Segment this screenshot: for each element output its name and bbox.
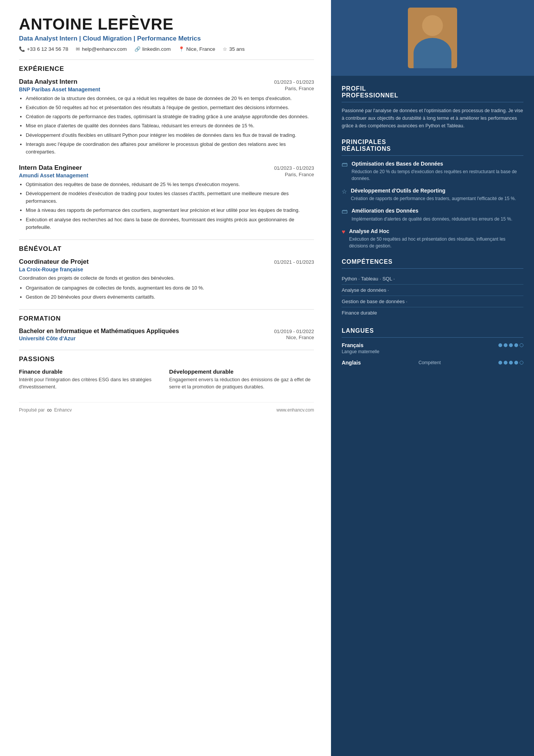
dot: [514, 361, 518, 365]
form-title-1: Bachelor en Informatique et Mathématique…: [19, 328, 179, 335]
real-content-0: Optimisation des Bases de Données Réduct…: [351, 160, 523, 182]
real-icon-0: 🗃: [342, 161, 348, 182]
real-title-3: Analyse Ad Hoc: [349, 228, 523, 235]
bullet-item: Interagis avec l'équipe de coordination …: [26, 141, 314, 156]
email-icon: ✉: [76, 46, 80, 52]
phone-icon: 📞: [19, 46, 25, 52]
competences-title: COMPÉTENCES: [342, 258, 523, 265]
real-desc-3: Exécution de 50 requêtes ad hoc et prése…: [349, 236, 523, 249]
dot: [514, 343, 518, 347]
experience-entry-1: Data Analyst Intern 01/2023 - 01/2023 BN…: [19, 78, 314, 156]
lang-name-0: Français: [342, 342, 364, 348]
real-item-2: 🗃 Amélioration des Données Implémentatio…: [342, 207, 523, 222]
real-content-2: Amélioration des Données Implémentation …: [351, 207, 512, 222]
dot: [498, 343, 502, 347]
passion-name-0: Finance durable: [19, 368, 164, 375]
benv-title-1: Coordinateur de Projet: [19, 258, 89, 266]
left-column: ANTOINE LEFÈVRE Data Analyst Intern | Cl…: [0, 0, 331, 756]
lang-item-1: Anglais Compétent: [342, 360, 523, 366]
experience-entry-2: Intern Data Engineer 01/2023 - 01/2023 A…: [19, 164, 314, 231]
bullet-item: Développement de modèles d'exécution de …: [26, 190, 314, 205]
lang-dots-0: [498, 343, 523, 347]
brand-icon: ∞: [47, 406, 52, 414]
right-content: PROFILPROFESSIONNEL Passionné par l'anal…: [331, 76, 534, 384]
passions-section-title: PASSIONS: [19, 355, 314, 363]
star-icon: ☆: [223, 46, 227, 52]
real-desc-1: Création de rapports de performance des …: [351, 195, 516, 202]
passions-grid: Finance durable Intérêt pour l'intégrati…: [19, 368, 314, 391]
form-location-row: Université Côte d'Azur Nice, France: [19, 335, 314, 341]
lang-item-0: Français Langue maternelle: [342, 342, 523, 354]
benv-location-row: La Croix-Rouge française: [19, 266, 314, 272]
contact-location: 📍 Nice, France: [178, 46, 215, 52]
real-desc-2: Implémentation d'alertes de qualité des …: [351, 216, 512, 222]
footer-logo: Propulsé par ∞ Enhancv: [19, 406, 72, 414]
exp-header-2: Intern Data Engineer 01/2023 - 01/2023: [19, 164, 314, 172]
real-content-3: Analyse Ad Hoc Exécution de 50 requêtes …: [349, 228, 523, 249]
full-name: ANTOINE LEFÈVRE: [19, 15, 314, 33]
formation-entry-1: Bachelor en Informatique et Mathématique…: [19, 328, 314, 341]
passion-name-1: Développement durable: [169, 368, 314, 375]
benv-header-1: Coordinateur de Projet 01/2021 - 01/2023: [19, 258, 314, 266]
benv-bullets-1: Organisation de campagnes de collectes d…: [19, 284, 314, 301]
contact-linkedin: 🔗 linkedin.com: [134, 46, 171, 52]
bullet-item: Mise en place d'alertes de qualité des d…: [26, 122, 314, 130]
dot: [504, 343, 507, 347]
profil-title: PROFILPROFESSIONNEL: [342, 85, 523, 99]
skill-2: Gestion de base de données ·: [342, 296, 523, 307]
real-icon-2: 🗃: [342, 208, 348, 222]
real-content-1: Développement d'Outils de Reporting Créa…: [351, 187, 516, 202]
lang-dots-1: [498, 361, 523, 365]
powered-by-text: Propulsé par: [19, 407, 45, 413]
benevole-entry-1: Coordinateur de Projet 01/2021 - 01/2023…: [19, 258, 314, 301]
real-item-3: ♥ Analyse Ad Hoc Exécution de 50 requête…: [342, 228, 523, 249]
contact-email: ✉ help@enhancv.com: [76, 46, 127, 52]
bullet-item: Organisation de campagnes de collectes d…: [26, 284, 314, 292]
subtitle: Data Analyst Intern | Cloud Migration | …: [19, 35, 314, 42]
realisations-title: PRINCIPALESRÉALISATIONS: [342, 139, 523, 152]
real-title-0: Optimisation des Bases de Données: [351, 160, 523, 167]
exp-title-2: Intern Data Engineer: [19, 164, 82, 172]
exp-bullets-2: Optimisation des requêtes de base de don…: [19, 181, 314, 231]
dot-empty: [520, 343, 523, 347]
real-title-2: Amélioration des Données: [351, 207, 512, 214]
exp-date-2: 01/2023 - 01/2023: [274, 165, 314, 171]
bullet-item: Optimisation des requêtes de base de don…: [26, 181, 314, 188]
experience-section-title: EXPÉRIENCE: [19, 65, 314, 73]
bullet-item: Développement d'outils flexibles en util…: [26, 131, 314, 139]
location-icon: 📍: [178, 46, 184, 52]
bullet-item: Exécution et analyse des recherches ad h…: [26, 216, 314, 231]
competences-section: COMPÉTENCES Python · Tableau · SQL · Ana…: [342, 258, 523, 318]
exp-location-2: Paris, France: [285, 172, 314, 178]
real-item-1: ☆ Développement d'Outils de Reporting Cr…: [342, 187, 523, 202]
footer-website: www.enhancv.com: [276, 407, 314, 413]
profile-photo: [408, 8, 457, 68]
realisations-section: PRINCIPALESRÉALISATIONS 🗃 Optimisation d…: [342, 139, 523, 249]
exp-company-2: Amundi Asset Management: [19, 172, 88, 178]
langues-title: LANGUES: [342, 327, 523, 334]
skill-3: Finance durable: [342, 307, 523, 318]
passion-desc-0: Intérêt pour l'intégration des critères …: [19, 376, 164, 391]
real-item-0: 🗃 Optimisation des Bases de Données Rédu…: [342, 160, 523, 182]
photo-body: [414, 38, 451, 68]
real-icon-1: ☆: [342, 188, 347, 202]
form-location-1: Nice, France: [286, 335, 314, 341]
form-date-1: 01/2019 - 01/2022: [274, 329, 314, 334]
footer: Propulsé par ∞ Enhancv www.enhancv.com: [19, 402, 314, 414]
photo-head: [422, 15, 443, 36]
profil-text: Passionné par l'analyse de données et l'…: [342, 107, 523, 130]
real-icon-3: ♥: [342, 229, 345, 249]
exp-bullets-1: Amélioration de la structure des données…: [19, 95, 314, 156]
passion-item-0: Finance durable Intérêt pour l'intégrati…: [19, 368, 164, 391]
exp-title-1: Data Analyst Intern: [19, 78, 77, 86]
contact-phone: 📞 +33 6 12 34 56 78: [19, 46, 68, 52]
benv-date-1: 01/2021 - 01/2023: [274, 259, 314, 265]
dot-empty: [520, 361, 523, 365]
bullet-item: Amélioration de la structure des données…: [26, 95, 314, 102]
skill-1: Analyse de données ·: [342, 285, 523, 296]
exp-header-1: Data Analyst Intern 01/2023 - 01/2023: [19, 78, 314, 86]
bullet-item: Création de rapports de performance des …: [26, 113, 314, 121]
benv-company-1: La Croix-Rouge française: [19, 266, 83, 272]
lang-row-0: Français: [342, 342, 523, 348]
exp-date-1: 01/2023 - 01/2023: [274, 79, 314, 85]
